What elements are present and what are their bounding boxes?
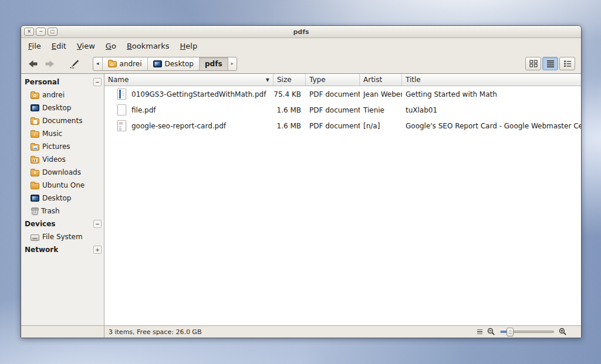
pdf-file-icon xyxy=(117,104,126,115)
breadcrumb-item-andrei[interactable]: ⌂ andrei xyxy=(103,57,148,70)
view-mode-toggles xyxy=(525,57,575,70)
menu-go[interactable]: Go xyxy=(100,39,121,53)
file-type: PDF document xyxy=(306,122,360,130)
pdf-file-icon xyxy=(117,120,126,131)
menu-file[interactable]: File xyxy=(23,39,46,53)
sidebar-item-downloads[interactable]: ↓ Downloads xyxy=(21,166,104,179)
sidebar-item-documents[interactable]: Documents xyxy=(21,114,104,127)
collapse-button[interactable]: − xyxy=(93,78,102,86)
zoom-slider[interactable] xyxy=(500,328,554,336)
file-title: tuXlab01 xyxy=(402,106,581,114)
file-name: google-seo-report-card.pdf xyxy=(131,122,226,130)
status-text: 3 items, Free space: 26.0 GB xyxy=(104,328,477,336)
menubar: File Edit View Go Bookmarks Help xyxy=(21,38,581,54)
zoom-slider-handle[interactable] xyxy=(507,328,514,336)
column-header-name[interactable]: Name ▼ xyxy=(104,74,274,86)
expand-button[interactable]: + xyxy=(93,246,102,254)
column-header-title[interactable]: Title xyxy=(402,74,581,86)
statusbar: 3 items, Free space: 26.0 GB xyxy=(21,325,581,338)
pictures-folder-icon xyxy=(31,144,39,151)
status-controls xyxy=(477,328,581,336)
close-icon: × xyxy=(27,29,31,34)
file-type: PDF document xyxy=(306,106,360,114)
breadcrumb-item-desktop[interactable]: Desktop xyxy=(148,57,200,70)
column-headers: Name ▼ Size Type Artist Title xyxy=(104,74,581,86)
breadcrumb-label: Desktop xyxy=(165,60,194,68)
file-row[interactable]: google-seo-report-card.pdf 1.6 MB PDF do… xyxy=(104,118,581,134)
column-header-type[interactable]: Type xyxy=(306,74,360,86)
desktop-icon xyxy=(31,195,39,202)
file-artist: [n/a] xyxy=(360,122,402,130)
downloads-folder-icon: ↓ xyxy=(31,170,39,176)
sidebar-item-file-system[interactable]: File System xyxy=(21,230,104,243)
sidebar-section-network: Network + xyxy=(21,243,104,256)
file-artist: Tienie xyxy=(360,106,402,114)
sidebar-section-devices: Devices − xyxy=(21,217,104,230)
breadcrumb-label: pdfs xyxy=(205,60,222,68)
back-button[interactable] xyxy=(25,56,41,72)
minimize-button[interactable]: − xyxy=(36,28,46,36)
file-size: 1.6 MB xyxy=(274,106,306,114)
pen-icon xyxy=(69,59,80,69)
trash-icon xyxy=(32,207,38,215)
file-name: 0109GS3-GettingStartedWithMath.pdf xyxy=(131,90,266,98)
breadcrumb-scroll-left[interactable]: ◂ xyxy=(93,57,103,70)
menu-bookmarks[interactable]: Bookmarks xyxy=(121,39,175,53)
file-list: Name ▼ Size Type Artist Title 0109GS3-Ge… xyxy=(104,74,581,325)
menu-view[interactable]: View xyxy=(72,39,100,53)
minimize-icon: − xyxy=(39,29,43,34)
statusbar-sidebar-pane xyxy=(21,326,104,338)
file-artist: Jean Weber xyxy=(360,90,402,98)
sidebar-item-desktop[interactable]: Desktop xyxy=(21,101,104,114)
file-type: PDF document xyxy=(306,90,360,98)
documents-folder-icon xyxy=(31,118,39,125)
zoom-in-icon[interactable] xyxy=(559,328,567,336)
sidebar-item-desktop-2[interactable]: Desktop xyxy=(21,192,104,205)
sidebar-item-ubuntu-one[interactable]: Ubuntu One xyxy=(21,179,104,192)
main-area: Personal − ⌂ andrei Desktop Documents ♪ xyxy=(21,73,581,325)
file-row[interactable]: file.pdf 1.6 MB PDF document Tienie tuXl… xyxy=(104,102,581,118)
file-title: Getting Started with Math xyxy=(402,90,581,98)
menu-edit[interactable]: Edit xyxy=(46,39,72,53)
sidebar-item-trash[interactable]: Trash xyxy=(21,205,104,217)
sidebar-item-pictures[interactable]: Pictures xyxy=(21,140,104,153)
breadcrumb-scroll-right[interactable]: ▸ xyxy=(228,57,237,70)
maximize-button[interactable]: □ xyxy=(48,28,58,36)
maximize-icon: □ xyxy=(50,29,55,34)
sidebar-item-videos[interactable]: Videos xyxy=(21,153,104,166)
column-header-size[interactable]: Size xyxy=(274,74,306,86)
resize-grip[interactable] xyxy=(573,331,579,336)
zoom-out-icon[interactable] xyxy=(487,328,495,336)
forward-button[interactable] xyxy=(41,56,58,72)
breadcrumb-item-pdfs[interactable]: pdfs xyxy=(200,57,228,70)
detailed-list-view-icon xyxy=(546,60,555,67)
folder-icon xyxy=(31,183,39,189)
icon-view-button[interactable] xyxy=(525,57,541,70)
file-size: 475.4 KB xyxy=(274,90,306,98)
list-options-icon[interactable] xyxy=(477,329,482,335)
file-size: 1.6 MB xyxy=(274,122,306,130)
file-row[interactable]: 0109GS3-GettingStartedWithMath.pdf 475.4… xyxy=(104,86,581,102)
desktop-wallpaper: pdfs × − □ File Edit View Go Bookmarks H… xyxy=(0,0,601,364)
chevron-right-icon: ▸ xyxy=(231,61,234,66)
detailed-list-view-button[interactable] xyxy=(542,57,558,70)
videos-folder-icon xyxy=(31,157,39,164)
icon-view-icon xyxy=(529,60,538,67)
compact-view-button[interactable] xyxy=(559,57,575,70)
breadcrumb: ◂ ⌂ andrei Desktop pdfs ▸ xyxy=(93,57,237,71)
home-folder-icon: ⌂ xyxy=(108,61,117,67)
sidebar-item-andrei[interactable]: ⌂ andrei xyxy=(21,89,104,101)
column-header-artist[interactable]: Artist xyxy=(360,74,402,86)
titlebar[interactable]: pdfs × − □ xyxy=(21,26,581,38)
sidebar-section-personal: Personal − xyxy=(21,76,104,89)
music-folder-icon: ♪ xyxy=(31,131,39,138)
file-rows: 0109GS3-GettingStartedWithMath.pdf 475.4… xyxy=(104,86,581,325)
menu-help[interactable]: Help xyxy=(175,39,203,53)
sidebar-item-music[interactable]: ♪ Music xyxy=(21,127,104,140)
collapse-button[interactable]: − xyxy=(93,220,102,228)
close-button[interactable]: × xyxy=(24,28,34,36)
window-title: pdfs xyxy=(21,28,581,36)
file-title: Google's SEO Report Card - Google Webmas… xyxy=(402,122,581,130)
compact-view-icon xyxy=(563,60,572,67)
edit-location-button[interactable] xyxy=(66,56,82,72)
